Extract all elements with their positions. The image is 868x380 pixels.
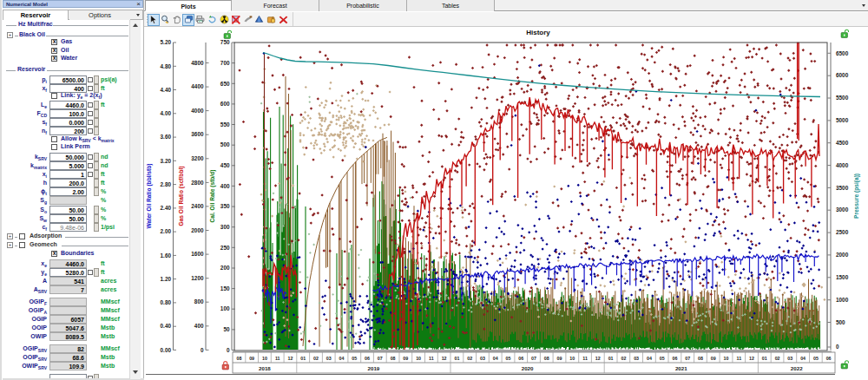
svg-text:3.60: 3.60	[161, 134, 172, 140]
svg-text:12: 12	[749, 356, 754, 361]
svg-text:500: 500	[836, 319, 845, 325]
svg-text:12: 12	[287, 356, 293, 361]
svg-text:0: 0	[227, 347, 230, 353]
svg-text:550: 550	[220, 121, 230, 128]
svg-text:2800: 2800	[191, 180, 204, 186]
svg-text:800: 800	[194, 298, 204, 305]
svg-text:400: 400	[194, 323, 204, 329]
svg-text:03: 03	[326, 356, 332, 361]
svg-text:01: 01	[608, 356, 614, 361]
svg-text:3000: 3000	[836, 206, 849, 213]
svg-text:1500: 1500	[836, 274, 849, 280]
svg-text:06: 06	[365, 356, 370, 361]
svg-text:05: 05	[813, 356, 819, 361]
svg-text:08: 08	[698, 356, 703, 361]
svg-text:02: 02	[621, 356, 626, 361]
svg-text:2000: 2000	[836, 252, 849, 258]
svg-text:07: 07	[378, 356, 383, 361]
svg-text:05: 05	[660, 356, 665, 361]
svg-text:4.80: 4.80	[161, 63, 172, 69]
svg-text:Gas Oil Ratio (scf/bbl): Gas Oil Ratio (scf/bbl)	[178, 167, 185, 226]
svg-text:500: 500	[220, 141, 230, 147]
svg-text:6000: 6000	[836, 72, 849, 78]
svg-text:4800: 4800	[191, 60, 204, 66]
svg-text:2021: 2021	[675, 365, 687, 371]
svg-text:250: 250	[220, 245, 230, 251]
svg-text:11: 11	[429, 356, 434, 361]
svg-text:3500: 3500	[836, 185, 849, 191]
svg-text:150: 150	[220, 285, 230, 292]
svg-text:450: 450	[220, 162, 230, 168]
svg-text:04: 04	[339, 356, 345, 361]
svg-text:100: 100	[220, 305, 230, 311]
svg-text:02: 02	[313, 356, 319, 361]
svg-text:650: 650	[220, 81, 230, 87]
svg-text:3.20: 3.20	[161, 158, 172, 164]
svg-text:09: 09	[711, 356, 716, 361]
svg-text:02: 02	[775, 356, 780, 361]
svg-text:07: 07	[531, 356, 536, 361]
svg-text:3200: 3200	[191, 155, 204, 161]
svg-text:1200: 1200	[191, 275, 204, 281]
svg-text:4000: 4000	[836, 162, 849, 168]
svg-text:01: 01	[300, 356, 306, 361]
svg-text:11: 11	[275, 356, 280, 361]
svg-text:2020: 2020	[522, 365, 534, 371]
svg-text:0.80: 0.80	[161, 299, 172, 305]
svg-text:2.80: 2.80	[161, 181, 172, 187]
svg-text:700: 700	[220, 60, 230, 66]
svg-text:10: 10	[262, 356, 267, 361]
svg-text:06: 06	[518, 356, 523, 361]
svg-text:2.00: 2.00	[161, 228, 172, 234]
svg-text:5.20: 5.20	[161, 39, 172, 45]
svg-text:08: 08	[544, 356, 549, 361]
svg-text:04: 04	[800, 356, 806, 361]
svg-text:03: 03	[480, 356, 485, 361]
svg-text:11: 11	[582, 356, 588, 361]
svg-text:2022: 2022	[791, 365, 803, 371]
svg-text:2000: 2000	[191, 227, 204, 233]
svg-text:350: 350	[220, 203, 230, 209]
svg-text:1.60: 1.60	[161, 252, 172, 259]
svg-text:0: 0	[836, 344, 839, 350]
svg-text:0.40: 0.40	[161, 323, 172, 329]
svg-text:09: 09	[249, 356, 254, 361]
svg-text:300: 300	[220, 224, 230, 230]
svg-text:Cal. Oil Rate (stb/d): Cal. Oil Rate (stb/d)	[209, 170, 216, 223]
svg-text:750: 750	[220, 39, 230, 45]
svg-text:History: History	[526, 29, 550, 36]
svg-text:5000: 5000	[836, 117, 849, 123]
svg-text:10: 10	[724, 356, 729, 361]
svg-text:10: 10	[569, 356, 575, 361]
svg-text:10: 10	[416, 356, 421, 361]
svg-text:0: 0	[201, 347, 204, 353]
svg-text:4.00: 4.00	[161, 110, 172, 116]
svg-text:3600: 3600	[191, 131, 204, 137]
svg-text:02: 02	[467, 356, 472, 361]
svg-text:1.20: 1.20	[161, 276, 172, 282]
svg-text:09: 09	[403, 356, 408, 361]
svg-text:50: 50	[223, 326, 230, 332]
svg-text:2400: 2400	[191, 203, 204, 209]
svg-text:600: 600	[220, 101, 230, 107]
svg-text:Pressure (psi(a)): Pressure (psi(a))	[853, 174, 860, 219]
svg-text:2019: 2019	[368, 365, 380, 371]
svg-text:06: 06	[672, 356, 677, 361]
svg-text:01: 01	[454, 356, 459, 361]
svg-text:05: 05	[352, 356, 357, 361]
svg-text:05: 05	[506, 356, 511, 361]
svg-text:2500: 2500	[836, 229, 849, 235]
svg-text:1000: 1000	[836, 297, 849, 303]
svg-text:1600: 1600	[191, 251, 204, 257]
svg-text:400: 400	[220, 183, 230, 189]
svg-text:5500: 5500	[836, 95, 849, 101]
svg-text:07: 07	[685, 356, 690, 361]
svg-text:4000: 4000	[191, 108, 204, 114]
svg-text:12: 12	[442, 356, 447, 361]
svg-text:0.00: 0.00	[161, 347, 172, 353]
svg-text:12: 12	[595, 356, 601, 361]
svg-text:2.40: 2.40	[161, 205, 172, 211]
svg-text:4400: 4400	[191, 83, 204, 89]
svg-text:6500: 6500	[836, 50, 849, 56]
svg-text:09: 09	[557, 356, 562, 361]
